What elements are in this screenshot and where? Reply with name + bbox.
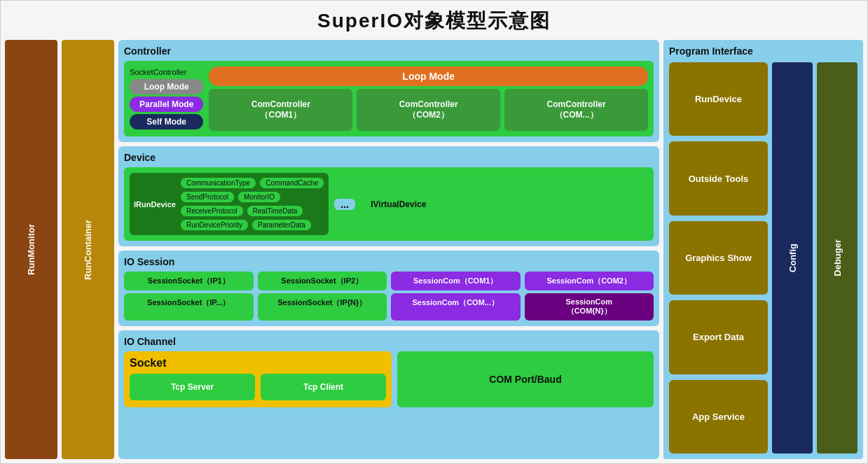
mode-buttons: Loop Mode Parallel Mode Self Mode	[130, 79, 203, 129]
page-title: SuperIO对象模型示意图	[1, 1, 867, 40]
debuger-col: Debuger	[817, 62, 857, 454]
session-socket-ipn[interactable]: SessionSocket（IP{N}）	[258, 293, 387, 321]
prop-realtime-data: RealTimeData	[247, 205, 304, 217]
right-panel: Program Interface RunDevice Outside Tool…	[663, 40, 863, 459]
debuger-label: Debuger	[832, 239, 843, 276]
session-socket-ip2[interactable]: SessionSocket（IP2）	[258, 272, 387, 290]
self-mode-button[interactable]: Self Mode	[130, 114, 203, 129]
tcp-buttons: Tcp Server Tcp Client	[130, 374, 386, 400]
session-com-comn[interactable]: SessionCom（COM{N}）	[525, 293, 654, 321]
irundevice-box: IRunDevice CommunicationType CommandCach…	[130, 173, 329, 235]
prop-tags: CommunicationType CommandCache SendProto…	[180, 177, 324, 231]
config-col: Config	[772, 62, 813, 454]
io-channel-title: IO Channel	[124, 336, 654, 347]
tcp-server-button[interactable]: Tcp Server	[130, 374, 255, 400]
prop-row-3: ReceiveProtocol RealTimeData	[180, 205, 324, 217]
socket-box-title: Socket	[130, 357, 386, 370]
com-controllers: ComController（COM1） ComController（COM2） …	[209, 89, 648, 131]
com-port-box[interactable]: COM Port/Baud	[397, 351, 654, 407]
controller-right: Loop Mode ComController（COM1） ComControl…	[209, 66, 648, 131]
session-row-2: SessionSocket（IP...） SessionSocket（IP{N}…	[124, 293, 654, 321]
controller-section: Controller SocketController Loop Mode Pa…	[118, 40, 659, 142]
session-com-com2[interactable]: SessionCom（COM2）	[525, 272, 654, 290]
device-title: Device	[124, 152, 654, 163]
socket-box: Socket Tcp Server Tcp Client	[124, 351, 392, 407]
ellipsis-text: ...	[340, 199, 349, 210]
device-inner: IRunDevice CommunicationType CommandCach…	[124, 167, 654, 241]
prop-run-device-priority: RunDevicePriority	[180, 219, 249, 231]
right-panel-content: RunDevice Outside Tools Graphics Show Ex…	[669, 62, 857, 454]
program-interface-title: Program Interface	[669, 45, 857, 57]
session-com-com1[interactable]: SessionCom（COM1）	[391, 272, 521, 290]
session-socket-ip1[interactable]: SessionSocket（IP1）	[124, 272, 254, 290]
run-monitor-label: RunMonitor	[26, 224, 36, 275]
prop-communication-type: CommunicationType	[180, 177, 256, 189]
run-monitor-col: RunMonitor	[5, 40, 57, 459]
outside-tools-button[interactable]: Outside Tools	[669, 141, 768, 215]
export-data-button[interactable]: Export Data	[669, 300, 768, 374]
session-row-1: SessionSocket（IP1） SessionSocket（IP2） Se…	[124, 272, 654, 290]
tcp-client-button[interactable]: Tcp Client	[261, 374, 386, 400]
app-service-button[interactable]: App Service	[669, 380, 768, 454]
parallel-mode-button[interactable]: Parallel Mode	[130, 97, 203, 112]
ivirtual-box: IVirtualDevice	[361, 192, 436, 216]
prop-parameter-data: ParameterData	[252, 219, 312, 231]
prop-monitor-io: MonitorIO	[237, 191, 281, 203]
prop-row-2: SendProtocol MonitorIO	[180, 191, 324, 203]
io-channel-section: IO Channel Socket Tcp Server Tcp Client …	[118, 330, 659, 459]
io-session-section: IO Session SessionSocket（IP1） SessionSoc…	[118, 251, 659, 326]
controller-title: Controller	[124, 45, 654, 57]
session-com-com-dots[interactable]: SessionCom（COM...）	[391, 293, 521, 321]
socket-controller-label: SocketController	[130, 68, 186, 76]
program-buttons-col: RunDevice Outside Tools Graphics Show Ex…	[669, 62, 768, 454]
com-controller-1[interactable]: ComController（COM1）	[209, 89, 352, 131]
session-grid: SessionSocket（IP1） SessionSocket（IP2） Se…	[124, 272, 654, 321]
config-label: Config	[787, 244, 798, 272]
controller-inner: SocketController Loop Mode Parallel Mode…	[124, 61, 654, 136]
prop-row-4: RunDevicePriority ParameterData	[180, 219, 324, 231]
content-area: RunMonitor RunContainer Controller Socke…	[1, 40, 867, 463]
run-container-col: RunContainer	[62, 40, 114, 459]
prop-send-protocol: SendProtocol	[180, 191, 235, 203]
com-controller-2[interactable]: ComController（COM2）	[357, 89, 500, 131]
device-section: Device IRunDevice CommunicationType Comm…	[118, 146, 659, 246]
prop-row-1: CommunicationType CommandCache	[180, 177, 324, 189]
io-session-title: IO Session	[124, 256, 654, 267]
loop-mode-orange[interactable]: Loop Mode	[209, 66, 648, 86]
irundevice-label: IRunDevice	[134, 200, 176, 209]
main-container: SuperIO对象模型示意图 RunMonitor RunContainer C…	[0, 0, 868, 464]
run-container-label: RunContainer	[83, 220, 93, 280]
prop-receive-protocol: ReceiveProtocol	[180, 205, 244, 217]
ivirtual-label: IVirtualDevice	[371, 199, 426, 209]
prop-command-cache: CommandCache	[259, 177, 324, 189]
loop-mode-button[interactable]: Loop Mode	[130, 79, 203, 94]
ellipsis-box: ...	[334, 199, 355, 210]
io-channel-inner: Socket Tcp Server Tcp Client COM Port/Ba…	[124, 351, 654, 407]
center-area: Controller SocketController Loop Mode Pa…	[118, 40, 659, 459]
socket-controller-col: SocketController Loop Mode Parallel Mode…	[130, 68, 203, 129]
run-device-button[interactable]: RunDevice	[669, 62, 768, 136]
com-controller-n[interactable]: ComController（COM...）	[504, 89, 648, 131]
graphics-show-button[interactable]: Graphics Show	[669, 221, 768, 295]
session-socket-ip-dots[interactable]: SessionSocket（IP...）	[124, 293, 254, 321]
